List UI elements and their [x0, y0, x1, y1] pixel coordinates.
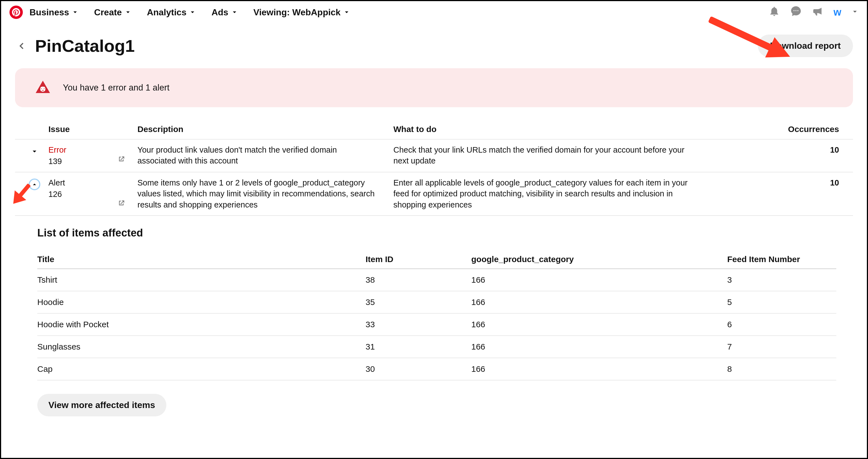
col-issue-header: Issue — [49, 124, 137, 134]
affected-cell-title: Sunglasses — [37, 342, 366, 351]
bell-icon[interactable] — [768, 5, 780, 19]
affected-cell-cat: 166 — [471, 275, 727, 285]
top-nav: Business Create Analytics Ads Viewing: W… — [1, 1, 867, 23]
issue-code: 126 — [49, 189, 137, 200]
svg-text:✕: ✕ — [40, 85, 46, 93]
account-avatar[interactable]: w — [834, 6, 841, 18]
nav-label: Ads — [211, 7, 228, 18]
col-what-header: What to do — [393, 124, 694, 134]
col-occ-header: Occurrences — [694, 124, 847, 134]
issues-header-row: Issue Description What to do Occurrences — [15, 119, 853, 140]
expand-toggle[interactable] — [21, 145, 49, 157]
affected-title: List of items affected — [37, 227, 836, 239]
nav-business[interactable]: Business — [30, 7, 79, 18]
nav-label: Analytics — [147, 7, 186, 18]
expand-toggle[interactable] — [21, 177, 49, 190]
affected-row: Hoodie with Pocket331666 — [37, 314, 836, 336]
error-alert-banner: ✕ You have 1 error and 1 alert — [15, 68, 853, 107]
affected-row: Tshirt381663 — [37, 269, 836, 291]
external-link-icon[interactable] — [117, 199, 125, 210]
nav-label: Create — [94, 7, 122, 18]
chevron-down-icon — [231, 9, 238, 16]
page-title: PinCatalog1 — [35, 36, 135, 56]
affected-items-section: List of items affected Title Item ID goo… — [15, 216, 853, 417]
affected-cell-num: 6 — [727, 320, 836, 329]
affected-header-row: Title Item ID google_product_category Fe… — [37, 249, 836, 269]
affected-cell-title: Cap — [37, 364, 366, 374]
account-chevron[interactable] — [851, 7, 859, 18]
affected-cell-cat: 166 — [471, 342, 727, 351]
issue-occurrences: 10 — [694, 177, 847, 188]
nav-label: Business — [30, 7, 69, 18]
affected-cell-num: 3 — [727, 275, 836, 285]
external-link-icon[interactable] — [117, 155, 125, 166]
warning-icon: ✕ — [35, 79, 51, 96]
affected-row: Cap301668 — [37, 358, 836, 380]
megaphone-icon[interactable] — [812, 5, 824, 19]
nav-create[interactable]: Create — [94, 7, 131, 18]
nav-ads[interactable]: Ads — [211, 7, 238, 18]
issue-type: Error — [49, 145, 137, 155]
issue-what-to-do: Check that your link URLs match the veri… — [393, 145, 694, 166]
affected-row: Hoodie351665 — [37, 291, 836, 314]
pinterest-logo[interactable] — [9, 6, 23, 19]
view-more-button[interactable]: View more affected items — [37, 394, 166, 417]
chevron-down-icon — [189, 9, 196, 16]
aff-col-title: Title — [37, 255, 366, 264]
nav-analytics[interactable]: Analytics — [147, 7, 196, 18]
issue-description: Some items only have 1 or 2 levels of go… — [137, 178, 375, 209]
affected-cell-title: Hoodie — [37, 297, 366, 307]
affected-cell-id: 31 — [366, 342, 471, 351]
affected-cell-cat: 166 — [471, 297, 727, 307]
affected-cell-id: 38 — [366, 275, 471, 285]
chat-icon[interactable] — [790, 5, 802, 19]
col-desc-header: Description — [137, 124, 393, 134]
download-report-button[interactable]: Download report — [758, 34, 853, 57]
aff-col-num: Feed Item Number — [727, 255, 836, 264]
issue-type: Alert — [49, 177, 137, 188]
affected-cell-id: 33 — [366, 320, 471, 329]
issue-what-to-do: Enter all applicable levels of google_pr… — [393, 177, 694, 210]
banner-text: You have 1 error and 1 alert — [63, 83, 169, 93]
page-header: PinCatalog1 Download report — [15, 34, 853, 57]
chevron-down-icon — [125, 9, 131, 16]
affected-row: Sunglasses311667 — [37, 336, 836, 358]
affected-cell-cat: 166 — [471, 320, 727, 329]
nav-viewing[interactable]: Viewing: WebAppick — [253, 7, 350, 18]
affected-cell-id: 30 — [366, 364, 471, 374]
affected-cell-cat: 166 — [471, 364, 727, 374]
aff-col-id: Item ID — [366, 255, 471, 264]
chevron-down-icon — [343, 9, 350, 16]
affected-cell-title: Tshirt — [37, 275, 366, 285]
back-button[interactable] — [15, 39, 28, 52]
affected-cell-num: 5 — [727, 297, 836, 307]
aff-col-cat: google_product_category — [471, 255, 727, 264]
affected-cell-num: 7 — [727, 342, 836, 351]
issue-occurrences: 10 — [694, 145, 847, 155]
affected-cell-title: Hoodie with Pocket — [37, 320, 366, 329]
chevron-down-icon — [72, 9, 79, 16]
issue-description: Your product link values don't match the… — [137, 145, 337, 165]
issue-row: Error 139 Your product link values don't… — [15, 140, 853, 172]
issue-row: Alert 126 Some items only have 1 or 2 le… — [15, 172, 853, 216]
affected-cell-num: 8 — [727, 364, 836, 374]
nav-label: Viewing: WebAppick — [253, 7, 341, 18]
affected-cell-id: 35 — [366, 297, 471, 307]
